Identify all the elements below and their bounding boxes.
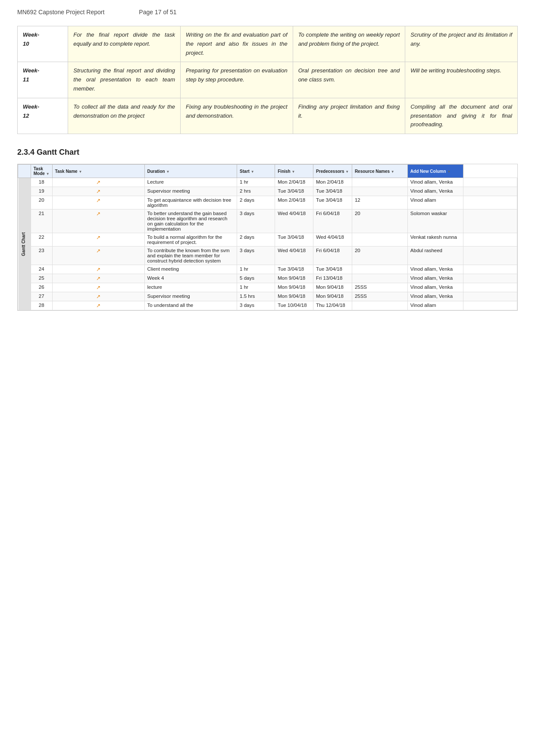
col-res-header[interactable]: Resource Names ▼ [352,165,407,178]
gantt-task-name: To contribute the known from the svm and… [144,247,237,265]
gantt-task-mode: ↗ [52,274,144,283]
gantt-task-mode: ↗ [52,247,144,265]
gantt-resource-names: Vinod allam [407,301,463,310]
gantt-task-mode: ↗ [52,283,144,292]
report-title: MN692 Capstone Project Report [17,9,104,16]
gantt-row: 21↗To better understand the gain based d… [18,209,517,233]
gantt-predecessors [352,265,407,274]
task-mode-icon: ↗ [96,294,100,300]
gantt-start: Wed 4/04/18 [275,209,313,233]
gantt-task-name: Lecture [144,178,237,187]
col-pred-header[interactable]: Predecessors ▼ [313,165,352,178]
gantt-row: 20↗To get acquaintance with decision tre… [18,196,517,209]
gantt-resource-names: Vinod allam, Venka [407,274,463,283]
task-mode-icon: ↗ [96,275,100,281]
gantt-task-name: Client meeting [144,265,237,274]
col-start-header[interactable]: Start ▼ [237,165,275,178]
gantt-task-mode: ↗ [52,209,144,233]
gantt-finish: Mon 9/04/18 [313,292,352,301]
weekly-cell-0-0: For the final report divide the task equ… [68,26,181,62]
gantt-row-num: 28 [31,301,52,310]
gantt-task-mode: ↗ [52,265,144,274]
gantt-row: 19↗Supervisor meeting2 hrsTue 3/04/18Tue… [18,187,517,196]
gantt-row-num: 23 [31,247,52,265]
gantt-row: 22↗To build a normal algorithm for the r… [18,233,517,247]
gantt-duration: 3 days [237,209,275,233]
gantt-row: 25↗Week 45 daysMon 9/04/18Fri 13/04/18Vi… [18,274,517,283]
task-mode-icon: ↗ [96,197,100,203]
gantt-start: Mon 9/04/18 [275,274,313,283]
gantt-task-mode: ↗ [52,178,144,187]
col-mode-header[interactable]: Task Mode ▼ [31,165,52,178]
weekly-cell-2-3: Compiling all the document and oral pres… [405,98,518,134]
gantt-finish: Fri 13/04/18 [313,274,352,283]
gantt-side-label: Gantt Chart [18,178,31,310]
gantt-start: Mon 2/04/18 [275,178,313,187]
gantt-start: Tue 10/04/18 [275,301,313,310]
page-header: MN692 Capstone Project Report Page 17 of… [17,9,518,16]
gantt-table: Task Mode ▼ Task Name ▼ Duration ▼ Start… [18,164,517,310]
col-finish-header[interactable]: Finish ▼ [275,165,313,178]
col-add-header[interactable]: Add New Column ▼ [407,165,463,178]
gantt-duration: 1 hr [237,178,275,187]
gantt-add-col [463,301,517,310]
weekly-cell-1-1: Preparing for presentation on evaluation… [180,62,293,98]
gantt-header-row: Task Mode ▼ Task Name ▼ Duration ▼ Start… [18,165,517,178]
col-dur-header[interactable]: Duration ▼ [144,165,237,178]
gantt-task-name: To get acquaintance with decision tree a… [144,196,237,209]
gantt-resource-names: Solomon waskar [407,209,463,233]
gantt-start: Mon 9/04/18 [275,283,313,292]
gantt-add-col [463,265,517,274]
gantt-add-col [463,274,517,283]
col-name-header[interactable]: Task Name ▼ [52,165,144,178]
gantt-task-mode: ↗ [52,187,144,196]
gantt-row: 24↗Client meeting1 hrTue 3/04/18Tue 3/04… [18,265,517,274]
gantt-predecessors: 25SS [352,283,407,292]
gantt-container: Task Mode ▼ Task Name ▼ Duration ▼ Start… [17,164,518,311]
gantt-task-name: To better understand the gain based deci… [144,209,237,233]
gantt-row-num: 19 [31,187,52,196]
gantt-predecessors: 20 [352,209,407,233]
gantt-task-name: To understand all the [144,301,237,310]
gantt-start: Tue 3/04/18 [275,187,313,196]
gantt-task-mode: ↗ [52,292,144,301]
weekly-row: Week-11Structuring the final report and … [18,62,518,98]
weekly-cell-2-2: Finding any project limitation and fixin… [293,98,405,134]
gantt-duration: 3 days [237,247,275,265]
gantt-start: Wed 4/04/18 [275,247,313,265]
week-label-cell: Week-11 [18,62,68,98]
gantt-resource-names: Vinod allam, Venka [407,265,463,274]
gantt-task-mode: ↗ [52,233,144,247]
gantt-section: 2.3.4 Gantt Chart Task Mode ▼ Task Name … [17,148,518,311]
gantt-task-mode: ↗ [52,196,144,209]
gantt-add-col [463,196,517,209]
gantt-predecessors: 12 [352,196,407,209]
gantt-add-col [463,209,517,233]
weekly-row: Week-10For the final report divide the t… [18,26,518,62]
weekly-cell-0-2: To complete the writing on weekly report… [293,26,405,62]
gantt-row: 28↗To understand all the3 daysTue 10/04/… [18,301,517,310]
gantt-task-name: To build a normal algorithm for the requ… [144,233,237,247]
gantt-add-col [463,283,517,292]
gantt-finish: Tue 3/04/18 [313,265,352,274]
gantt-row-num: 20 [31,196,52,209]
gantt-predecessors: 20 [352,247,407,265]
gantt-duration: 1 hr [237,283,275,292]
weekly-cell-0-1: Writing on the fix and evaluation part o… [180,26,293,62]
gantt-finish: Tue 3/04/18 [313,196,352,209]
gantt-resource-names: Abdul rasheed [407,247,463,265]
page-info: Page 17 of 51 [139,9,176,16]
gantt-resource-names: Vinod allam, Venka [407,178,463,187]
gantt-start: Mon 9/04/18 [275,292,313,301]
gantt-resource-names: Venkat rakesh nunna [407,233,463,247]
gantt-row-num: 18 [31,178,52,187]
gantt-task-name: Supervisor meeting [144,187,237,196]
gantt-row-num: 25 [31,274,52,283]
gantt-resource-names: Vinod allam, Venka [407,283,463,292]
gantt-add-col [463,187,517,196]
gantt-add-col [463,233,517,247]
week-label-cell: Week-12 [18,98,68,134]
gantt-predecessors [352,178,407,187]
gantt-row: 23↗To contribute the known from the svm … [18,247,517,265]
gantt-resource-names: Vinod allam [407,196,463,209]
